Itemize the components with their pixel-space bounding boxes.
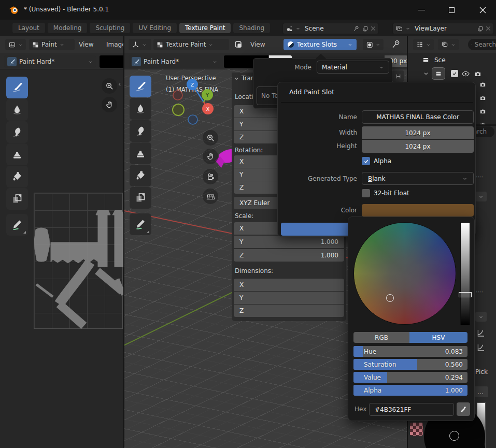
editor-type-button[interactable]: [5, 39, 26, 50]
perspective-toggle-button[interactable]: [203, 189, 218, 204]
scale-y-field[interactable]: Y1.000: [234, 236, 344, 248]
tab-shading[interactable]: Shading: [233, 23, 270, 33]
tool-smear-button[interactable]: [6, 121, 28, 143]
collapse-button[interactable]: [475, 192, 487, 201]
tool-fill-button[interactable]: [130, 165, 151, 186]
tool-annotate-button[interactable]: [6, 214, 28, 236]
tab-modeling[interactable]: Modeling: [48, 23, 88, 33]
zoom-gizmo-button[interactable]: [102, 78, 117, 94]
eyedropper-button[interactable]: [457, 402, 470, 416]
panel-grip[interactable]: ∷∷: [476, 175, 483, 180]
render-toggle-camera-icon[interactable]: [479, 94, 487, 102]
height-slider[interactable]: 1024 px: [362, 140, 474, 153]
alpha-checkbox[interactable]: [362, 157, 370, 165]
generated-type-dropdown[interactable]: Blank: [362, 172, 474, 185]
image-mode-dropdown[interactable]: Paint: [29, 39, 75, 50]
falloff-curve-icon[interactable]: [476, 343, 486, 352]
outliner-type-button[interactable]: [413, 39, 434, 50]
falloff-curve-icon[interactable]: [476, 328, 486, 338]
value-number-slider[interactable]: Value0.294: [353, 372, 467, 383]
saturation-slider[interactable]: Saturation0.560: [353, 359, 467, 370]
tool-draw-button[interactable]: [130, 76, 151, 97]
viewlayer-selector[interactable]: ViewLayer: [392, 23, 494, 34]
menu-image[interactable]: Image: [106, 41, 124, 48]
disable-render-camera-icon[interactable]: [474, 70, 482, 78]
render-toggle-camera-icon[interactable]: [479, 108, 487, 115]
tool-mask-button[interactable]: [6, 188, 28, 210]
tool-smear-button[interactable]: [130, 120, 151, 142]
mode-dropdown[interactable]: Material: [317, 61, 389, 74]
tab-texture-paint[interactable]: Texture Paint: [179, 23, 231, 33]
minimize-button[interactable]: [409, 0, 433, 20]
scene-name[interactable]: Scene: [303, 25, 351, 32]
pin-icon[interactable]: [353, 25, 360, 32]
hsv-color-wheel[interactable]: [353, 222, 456, 325]
name-input[interactable]: MATHIAS FINAL Base Color: [362, 110, 474, 124]
menu-view[interactable]: View: [250, 41, 265, 48]
wheel-cursor[interactable]: [449, 431, 459, 441]
dimensions-y-field[interactable]: Y: [234, 292, 344, 304]
float-checkbox[interactable]: [362, 189, 370, 197]
tool-fill-button[interactable]: [6, 166, 28, 187]
tool-draw-button[interactable]: [6, 77, 28, 98]
falloff-dropdown[interactable]: [363, 39, 384, 50]
close-button[interactable]: [470, 0, 496, 20]
navigation-gizmo[interactable]: Z Y X: [171, 75, 220, 129]
wheel-cursor[interactable]: [386, 294, 394, 302]
viewlayer-name[interactable]: ViewLayer: [413, 25, 475, 32]
texture-slots-dropdown[interactable]: Texture Slots: [284, 39, 357, 50]
new-viewlayer-icon[interactable]: [477, 25, 484, 32]
gizmo-neg-z[interactable]: [188, 115, 197, 124]
value-slider-handle[interactable]: [459, 292, 472, 297]
uv-image-canvas[interactable]: [34, 193, 123, 329]
display-mode-button[interactable]: [438, 39, 459, 50]
tool-clone-button[interactable]: [130, 142, 151, 164]
texture-checker-icon[interactable]: [410, 423, 423, 436]
value-slider[interactable]: [460, 222, 470, 325]
rgb-tab[interactable]: RGB: [353, 332, 409, 343]
tab-sculpting[interactable]: Sculpting: [90, 23, 130, 33]
gizmo-neg-x[interactable]: [173, 91, 182, 100]
tool-mask-button[interactable]: [130, 187, 151, 209]
primary-color-swatch[interactable]: [100, 55, 124, 68]
alpha-slider[interactable]: Alpha1.000: [353, 385, 467, 396]
tool-soften-button[interactable]: [130, 98, 151, 120]
overlay-toggle-icon[interactable]: [233, 39, 244, 50]
pan-gizmo-button[interactable]: [203, 149, 218, 164]
collection-icon-button[interactable]: [432, 67, 445, 80]
expand-chevron-icon[interactable]: [423, 70, 429, 77]
exclude-checkbox[interactable]: [451, 70, 458, 77]
brush-selector[interactable]: Paint Hard*: [129, 55, 220, 68]
scene-selector[interactable]: Scene: [282, 23, 379, 34]
hide-eye-icon[interactable]: [461, 69, 470, 78]
remove-viewlayer-icon[interactable]: [486, 26, 491, 31]
header-fragment-button[interactable]: [392, 70, 404, 82]
tool-clone-button[interactable]: [6, 143, 28, 165]
zoom-gizmo-button[interactable]: [203, 130, 218, 146]
tool-annotate-button[interactable]: [130, 213, 151, 235]
unlink-scene-icon[interactable]: [371, 26, 376, 31]
pan-gizmo-button[interactable]: [102, 97, 117, 112]
tab-layout[interactable]: Layout: [12, 23, 45, 33]
interaction-mode-dropdown[interactable]: Texture Paint: [153, 39, 229, 50]
width-slider[interactable]: 1024 px: [362, 126, 474, 139]
tab-uv-editing[interactable]: UV Editing: [133, 23, 177, 33]
render-toggle-camera-icon[interactable]: [479, 81, 487, 88]
menu-view[interactable]: View: [79, 41, 93, 48]
transform-panel-header[interactable]: Transform: [234, 75, 255, 82]
scale-z-field[interactable]: Z1.000: [234, 249, 344, 262]
dimensions-z-field[interactable]: Z: [234, 305, 344, 317]
camera-view-button[interactable]: [203, 169, 218, 184]
brush-selector[interactable]: Paint Hard*: [4, 55, 96, 68]
new-scene-icon[interactable]: [362, 25, 369, 32]
hsv-tab[interactable]: HSV: [409, 332, 467, 343]
hex-input[interactable]: #4B3621FF: [369, 403, 454, 416]
tool-soften-button[interactable]: [6, 99, 28, 121]
maximize-button[interactable]: [440, 0, 463, 20]
editor-type-button[interactable]: [129, 39, 151, 50]
collection-row[interactable]: [423, 67, 482, 80]
collapse-panel-icon[interactable]: [117, 81, 122, 88]
hue-slider[interactable]: Hue0.083: [353, 346, 467, 357]
more-options-button[interactable]: …: [473, 386, 488, 397]
dimensions-x-field[interactable]: X: [234, 279, 344, 291]
